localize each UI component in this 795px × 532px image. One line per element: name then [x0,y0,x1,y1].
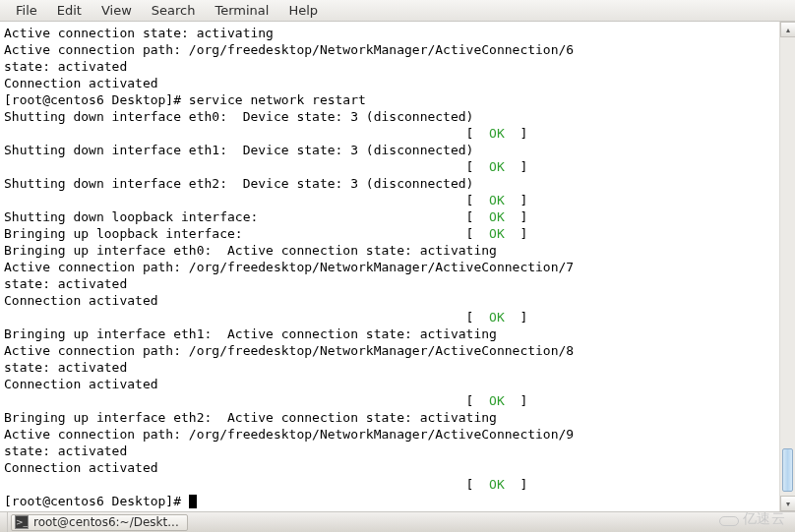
menu-help[interactable]: Help [278,1,328,20]
menu-file[interactable]: File [6,1,47,20]
terminal-line: [ OK ] [4,125,769,142]
terminal-line: Connection activated [4,75,769,91]
status-ok: OK [489,310,505,325]
terminal-line: [root@centos6 Desktop]# [4,493,769,509]
menu-search[interactable]: Search [142,1,206,20]
terminal-line: state: activated [4,58,769,75]
terminal-line: state: activated [4,443,769,459]
terminal-line: Active connection state: activating [4,25,769,41]
terminal-line: Shutting down loopback interface: [ OK ] [4,208,769,225]
terminal-line: [ OK ] [4,309,769,325]
menubar: File Edit View Search Terminal Help [0,0,795,22]
scrollbar: ▴ ▾ [779,22,795,511]
menu-edit[interactable]: Edit [47,1,92,20]
status-ok: OK [489,393,505,408]
terminal-line: Connection activated [4,292,769,309]
terminal-icon: >_ [15,515,29,529]
terminal-line: Active connection path: /org/freedesktop… [4,41,769,58]
terminal-line: Active connection path: /org/freedesktop… [4,259,769,275]
terminal-line: Bringing up interface eth1: Active conne… [4,325,769,342]
status-ok: OK [489,193,505,207]
terminal-line: Bringing up interface eth2: Active conne… [4,409,769,426]
terminal-line: state: activated [4,359,769,376]
terminal-line: [ OK ] [4,192,769,208]
watermark-text: 亿速云 [743,510,786,528]
cloud-icon [717,512,739,526]
terminal-line: [ OK ] [4,476,769,493]
terminal-line: Active connection path: /org/freedesktop… [4,342,769,359]
scroll-thumb[interactable] [782,448,793,492]
menu-terminal[interactable]: Terminal [205,1,278,20]
scroll-track[interactable] [780,37,795,496]
terminal-line: Bringing up interface eth0: Active conne… [4,242,769,259]
terminal-line: state: activated [4,275,769,292]
terminal-line: Shutting down interface eth0: Device sta… [4,108,769,125]
terminal-area: Active connection state: activatingActiv… [0,22,795,511]
status-ok: OK [489,159,505,174]
terminal-output[interactable]: Active connection state: activatingActiv… [0,22,773,511]
terminal-line: Active connection path: /org/freedesktop… [4,426,769,443]
terminal-line: Connection activated [4,459,769,476]
watermark: 亿速云 [717,510,786,528]
scroll-up-button[interactable]: ▴ [780,22,795,37]
taskbar-item-terminal[interactable]: >_ root@centos6:~/Deskt... [11,514,188,531]
status-ok: OK [489,209,505,224]
taskbar-item-label: root@centos6:~/Deskt... [33,515,179,529]
terminal-line: Shutting down interface eth2: Device sta… [4,175,769,192]
terminal-line: [ OK ] [4,158,769,175]
status-ok: OK [489,226,505,241]
taskbar: >_ root@centos6:~/Deskt... [0,511,795,532]
terminal-line: Bringing up loopback interface: [ OK ] [4,225,769,242]
cursor [189,495,197,508]
status-ok: OK [489,477,505,492]
terminal-line: [ OK ] [4,392,769,409]
taskbar-handle[interactable] [0,512,8,532]
scroll-down-button[interactable]: ▾ [780,496,795,511]
terminal-line: Connection activated [4,376,769,392]
terminal-line: [root@centos6 Desktop]# service network … [4,91,769,108]
terminal-line: Shutting down interface eth1: Device sta… [4,142,769,158]
menu-view[interactable]: View [92,1,142,20]
status-ok: OK [489,126,505,141]
